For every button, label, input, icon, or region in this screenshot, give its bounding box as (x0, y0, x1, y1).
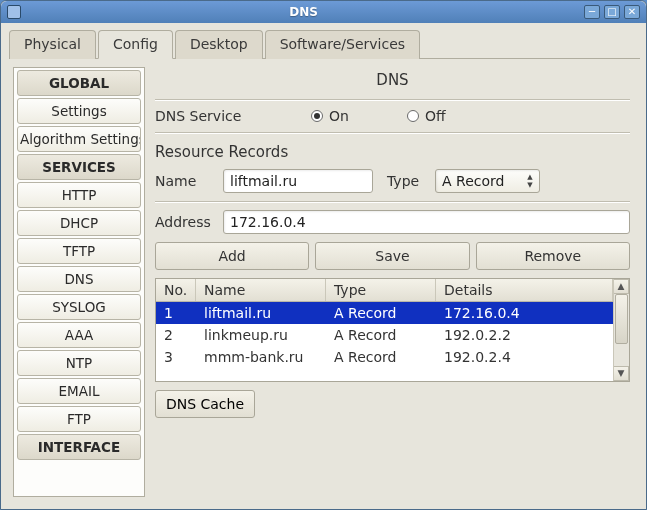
radio-dot-icon (407, 110, 419, 122)
cell-type: A Record (326, 346, 436, 368)
sidebar-header-global[interactable]: GLOBAL (17, 70, 141, 96)
save-button[interactable]: Save (315, 242, 469, 270)
sidebar-header-interface[interactable]: INTERFACE (17, 434, 141, 460)
sidebar-item-syslog[interactable]: SYSLOG (17, 294, 141, 320)
divider (155, 132, 630, 133)
cell-type: A Record (326, 302, 436, 324)
app-icon (7, 5, 21, 19)
sidebar-item-http[interactable]: HTTP (17, 182, 141, 208)
scroll-track[interactable] (614, 294, 629, 366)
minimize-button[interactable]: ─ (584, 5, 600, 19)
body: GLOBAL Settings Algorithm Settings SERVI… (7, 59, 640, 503)
table-row[interactable]: 3 mmm-bank.ru A Record 192.0.2.4 (156, 346, 613, 368)
button-row: Add Save Remove (155, 242, 630, 270)
maximize-button[interactable]: □ (604, 5, 620, 19)
address-input[interactable] (223, 210, 630, 234)
col-name[interactable]: Name (196, 279, 326, 301)
table-row[interactable]: 2 linkmeup.ru A Record 192.0.2.2 (156, 324, 613, 346)
sidebar-item-aaa[interactable]: AAA (17, 322, 141, 348)
cell-details: 192.0.2.4 (436, 346, 613, 368)
sidebar-item-tftp[interactable]: TFTP (17, 238, 141, 264)
sidebar-item-ftp[interactable]: FTP (17, 406, 141, 432)
cell-details: 172.16.0.4 (436, 302, 613, 324)
divider (155, 201, 630, 202)
tab-config[interactable]: Config (98, 30, 173, 59)
cell-name: mmm-bank.ru (196, 346, 326, 368)
type-label: Type (387, 173, 427, 189)
window-title: DNS (27, 5, 580, 19)
col-details[interactable]: Details (436, 279, 613, 301)
table-row[interactable]: 1 liftmail.ru A Record 172.16.0.4 (156, 302, 613, 324)
add-button[interactable]: Add (155, 242, 309, 270)
sidebar-item-email[interactable]: EMAIL (17, 378, 141, 404)
titlebar[interactable]: DNS ─ □ ✕ (1, 1, 646, 23)
sidebar-item-settings[interactable]: Settings (17, 98, 141, 124)
cell-no: 3 (156, 346, 196, 368)
col-type[interactable]: Type (326, 279, 436, 301)
sidebar-header-services[interactable]: SERVICES (17, 154, 141, 180)
divider (155, 99, 630, 100)
name-label: Name (155, 173, 215, 189)
dns-service-row: DNS Service On Off (155, 108, 630, 124)
scroll-down-icon[interactable]: ▼ (614, 366, 629, 381)
main-panel: DNS DNS Service On Off Resource Records (155, 67, 634, 497)
close-button[interactable]: ✕ (624, 5, 640, 19)
sidebar-scroll[interactable]: GLOBAL Settings Algorithm Settings SERVI… (14, 68, 144, 496)
name-input[interactable] (223, 169, 373, 193)
tab-bar: Physical Config Desktop Software/Service… (9, 29, 640, 59)
sidebar: GLOBAL Settings Algorithm Settings SERVI… (13, 67, 145, 497)
radio-dot-icon (311, 110, 323, 122)
address-row: Address (155, 210, 630, 234)
type-select[interactable]: ▲▼ (435, 169, 540, 193)
page-title: DNS (155, 67, 630, 91)
app-window: DNS ─ □ ✕ Physical Config Desktop Softwa… (0, 0, 647, 510)
tab-physical[interactable]: Physical (9, 30, 96, 59)
tab-software-services[interactable]: Software/Services (265, 30, 420, 59)
type-select-value[interactable] (435, 169, 540, 193)
radio-on[interactable]: On (311, 108, 349, 124)
sidebar-item-dhcp[interactable]: DHCP (17, 210, 141, 236)
scroll-thumb[interactable] (615, 294, 628, 344)
col-no[interactable]: No. (156, 279, 196, 301)
cell-no: 2 (156, 324, 196, 346)
sidebar-item-algorithm-settings[interactable]: Algorithm Settings (17, 126, 141, 152)
dns-service-label: DNS Service (155, 108, 255, 124)
cell-name: liftmail.ru (196, 302, 326, 324)
name-type-row: Name Type ▲▼ (155, 169, 630, 193)
cell-type: A Record (326, 324, 436, 346)
table-body: No. Name Type Details 1 liftmail.ru A Re… (156, 279, 613, 381)
radio-on-label: On (329, 108, 349, 124)
table-scrollbar[interactable]: ▲ ▼ (613, 279, 629, 381)
radio-off[interactable]: Off (407, 108, 446, 124)
sidebar-item-dns[interactable]: DNS (17, 266, 141, 292)
table-header: No. Name Type Details (156, 279, 613, 302)
sidebar-item-ntp[interactable]: NTP (17, 350, 141, 376)
address-label: Address (155, 214, 215, 230)
records-table: No. Name Type Details 1 liftmail.ru A Re… (155, 278, 630, 382)
resource-records-title: Resource Records (155, 143, 630, 161)
remove-button[interactable]: Remove (476, 242, 630, 270)
radio-off-label: Off (425, 108, 446, 124)
cell-name: linkmeup.ru (196, 324, 326, 346)
cell-no: 1 (156, 302, 196, 324)
content-area: Physical Config Desktop Software/Service… (1, 23, 646, 509)
cell-details: 192.0.2.2 (436, 324, 613, 346)
tab-desktop[interactable]: Desktop (175, 30, 263, 59)
scroll-up-icon[interactable]: ▲ (614, 279, 629, 294)
dns-cache-button[interactable]: DNS Cache (155, 390, 255, 418)
